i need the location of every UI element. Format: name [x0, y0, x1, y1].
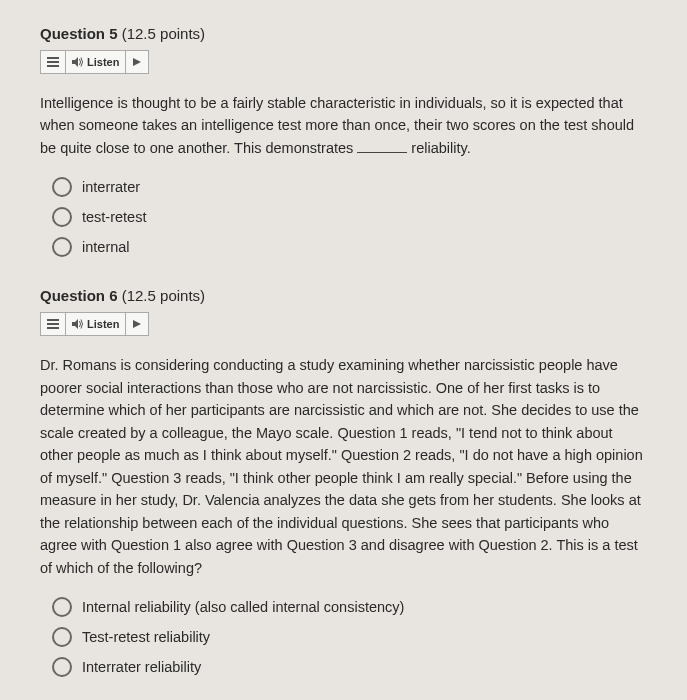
option-label: internal [82, 239, 130, 255]
question-text-after: reliability. [407, 140, 470, 156]
option-row[interactable]: test-retest [52, 207, 647, 227]
question-number: Question 5 [40, 25, 118, 42]
menu-icon[interactable] [41, 313, 66, 335]
option-label: Internal reliability (also called intern… [82, 599, 404, 615]
listen-toolbar: Listen [40, 312, 149, 336]
svg-rect-6 [47, 323, 59, 325]
question-text-before: Intelligence is thought to be a fairly s… [40, 95, 634, 156]
question-5-block: Question 5 (12.5 points) Listen Intellig… [40, 25, 647, 257]
option-row[interactable]: Test-retest reliability [52, 627, 647, 647]
svg-rect-5 [47, 319, 59, 321]
option-row[interactable]: interrater [52, 177, 647, 197]
radio-icon[interactable] [52, 657, 72, 677]
svg-rect-1 [47, 61, 59, 63]
option-label: interrater [82, 179, 140, 195]
question-6-text: Dr. Romans is considering conducting a s… [40, 354, 647, 579]
listen-label: Listen [87, 56, 119, 68]
question-5-text: Intelligence is thought to be a fairly s… [40, 92, 647, 159]
option-row[interactable]: Interrater reliability [52, 657, 647, 677]
svg-marker-8 [72, 319, 78, 329]
svg-rect-7 [47, 327, 59, 329]
radio-icon[interactable] [52, 627, 72, 647]
question-6-block: Question 6 (12.5 points) Listen Dr. Roma… [40, 287, 647, 677]
question-text-before: Dr. Romans is considering conducting a s… [40, 357, 643, 575]
question-6-options: Internal reliability (also called intern… [40, 597, 647, 677]
radio-icon[interactable] [52, 237, 72, 257]
option-row[interactable]: internal [52, 237, 647, 257]
svg-marker-3 [72, 57, 78, 67]
play-icon[interactable] [126, 313, 148, 335]
option-label: Test-retest reliability [82, 629, 210, 645]
svg-marker-9 [133, 320, 141, 328]
svg-rect-0 [47, 57, 59, 59]
question-points: (12.5 points) [122, 25, 205, 42]
blank-line [357, 152, 407, 153]
menu-icon[interactable] [41, 51, 66, 73]
question-5-options: interrater test-retest internal [40, 177, 647, 257]
option-row[interactable]: Internal reliability (also called intern… [52, 597, 647, 617]
play-icon[interactable] [126, 51, 148, 73]
svg-marker-4 [133, 58, 141, 66]
option-label: test-retest [82, 209, 146, 225]
option-label: Interrater reliability [82, 659, 201, 675]
radio-icon[interactable] [52, 207, 72, 227]
radio-icon[interactable] [52, 177, 72, 197]
listen-button[interactable]: Listen [66, 313, 126, 335]
listen-label: Listen [87, 318, 119, 330]
question-number: Question 6 [40, 287, 118, 304]
listen-button[interactable]: Listen [66, 51, 126, 73]
listen-toolbar: Listen [40, 50, 149, 74]
svg-rect-2 [47, 65, 59, 67]
question-points: (12.5 points) [122, 287, 205, 304]
question-6-header: Question 6 (12.5 points) [40, 287, 647, 304]
question-5-header: Question 5 (12.5 points) [40, 25, 647, 42]
radio-icon[interactable] [52, 597, 72, 617]
